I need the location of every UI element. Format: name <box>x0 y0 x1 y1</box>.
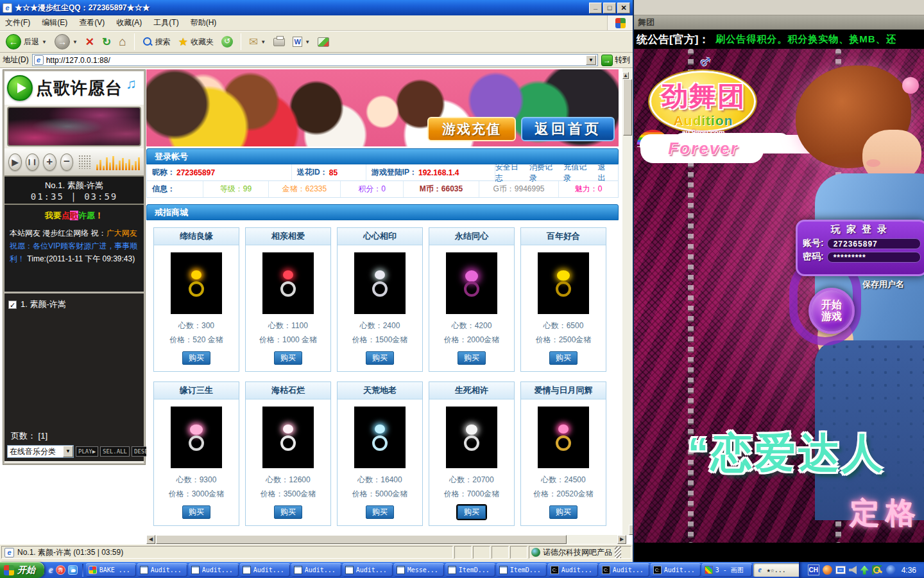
network-app-icon[interactable] <box>886 565 896 575</box>
playlist-pages[interactable]: 页数： [1] <box>11 430 47 442</box>
vertical-scrollbar[interactable] <box>622 68 633 535</box>
scroll-down-button[interactable] <box>629 525 633 535</box>
home-button[interactable] <box>117 33 128 50</box>
language-indicator[interactable]: CH <box>808 565 819 575</box>
playlist-checkbox[interactable] <box>8 301 17 309</box>
refresh-button[interactable] <box>100 34 113 50</box>
go-button[interactable]: 转到 <box>601 55 630 66</box>
menu-tools[interactable]: 工具(T) <box>153 17 178 28</box>
menu-file[interactable]: 文件(F) <box>5 17 30 28</box>
favorites-button[interactable]: 收藏夹 <box>176 34 216 50</box>
wish-title[interactable]: 我要点歌许愿！ <box>10 209 139 222</box>
ime-icon[interactable] <box>823 565 832 575</box>
buy-button[interactable]: 购买 <box>458 351 486 365</box>
address-input[interactable]: http://127.0.0.1:88/ <box>32 54 598 66</box>
scroll-left-button[interactable] <box>146 535 155 544</box>
back-dropdown-icon[interactable] <box>42 39 47 45</box>
playlist-play-button[interactable]: PLAY▶ <box>76 446 98 457</box>
select-dropdown-icon[interactable] <box>63 446 73 457</box>
account-section: 登录帐号 昵称：272365897 送花ID：85 游戏登陆IP：192.168… <box>146 148 619 198</box>
taskbar-button-audit[interactable]: Audit... <box>343 563 393 577</box>
stop-button[interactable] <box>83 34 96 50</box>
game-window-title: 舞团 <box>638 17 654 27</box>
close-button[interactable] <box>617 3 630 13</box>
media-button[interactable] <box>316 36 331 48</box>
taskbar-button-audit-cmd[interactable]: Audit... <box>651 563 701 577</box>
history-button[interactable] <box>219 35 235 49</box>
account-input[interactable]: 272365897 <box>827 238 921 249</box>
forward-button[interactable] <box>53 33 80 51</box>
address-dropdown-icon[interactable] <box>586 55 596 65</box>
password-input[interactable]: ********* <box>827 252 921 263</box>
buy-button[interactable]: 购买 <box>549 351 578 365</box>
volume-icon[interactable] <box>849 566 857 574</box>
scroll-right-button[interactable] <box>617 535 626 544</box>
playlist-item[interactable]: 1. 素颜-许嵩 <box>8 299 140 310</box>
edit-button[interactable] <box>291 35 312 48</box>
mail-dropdown-icon[interactable] <box>261 39 266 45</box>
volume-down-button[interactable] <box>60 153 74 171</box>
buy-button[interactable]: 购买 <box>274 351 302 365</box>
search-button[interactable]: 搜索 <box>141 35 173 49</box>
recharge-record-link[interactable]: 充值记录 <box>563 162 591 184</box>
taskbar-button-audit[interactable]: Audit... <box>137 563 187 577</box>
buy-button[interactable]: 购买 <box>366 505 394 519</box>
taskbar-button-browser-active[interactable]: ★☆... <box>753 563 799 577</box>
print-button[interactable] <box>271 37 287 48</box>
back-home-button[interactable]: 返回首页 <box>521 117 615 141</box>
menu-favorites[interactable]: 收藏(A) <box>116 17 142 28</box>
resize-grip[interactable] <box>615 547 621 558</box>
taskbar-button-bake[interactable]: BAKE ... <box>86 563 136 577</box>
top-banner[interactable]: 游戏充值 返回首页 <box>146 69 619 146</box>
security-log-link[interactable]: 安全日志 <box>495 162 523 184</box>
edit-dropdown-icon[interactable] <box>305 39 310 45</box>
menu-view[interactable]: 查看(V) <box>79 17 105 28</box>
mail-button[interactable] <box>247 34 268 50</box>
scroll-up-button[interactable] <box>622 72 629 79</box>
ie-quicklaunch-icon[interactable] <box>49 565 53 575</box>
pause-button[interactable] <box>26 153 39 171</box>
buy-button[interactable]: 购买 <box>182 351 210 365</box>
play-button[interactable] <box>8 153 22 171</box>
taskbar-button-paint[interactable]: 3 - 画图 <box>702 563 752 577</box>
volume-up-button[interactable] <box>43 153 56 171</box>
game-titlebar[interactable]: 舞团 <box>634 15 924 30</box>
buy-button[interactable]: 购买 <box>274 505 302 519</box>
taskbar-button-messenger[interactable]: Messe... <box>394 563 444 577</box>
start-button[interactable]: 开始 <box>0 562 44 578</box>
horizontal-scroll-thumb[interactable] <box>156 535 567 544</box>
music-category-select[interactable]: 在线音乐分类 <box>7 445 74 458</box>
taskbar-button-audit[interactable]: Audit... <box>291 563 341 577</box>
xiu-quicklaunch-icon[interactable] <box>56 565 65 575</box>
taskbar-button-audit-cmd[interactable]: Audit... <box>548 563 598 577</box>
vertical-scroll-thumb[interactable] <box>623 79 632 136</box>
buy-button[interactable]: 购买 <box>182 505 210 519</box>
clock[interactable]: 4:36 <box>902 566 916 575</box>
taskbar-button-itemd[interactable]: ItemD... <box>497 563 547 577</box>
back-button[interactable]: 后退 <box>4 33 49 51</box>
display-settings-icon[interactable] <box>835 566 846 574</box>
buy-button-focused[interactable]: 购买 <box>458 505 486 519</box>
buy-button[interactable]: 购买 <box>549 505 578 519</box>
updater-icon[interactable] <box>860 566 869 575</box>
buy-button[interactable]: 购买 <box>366 351 394 365</box>
menu-edit[interactable]: 编辑(E) <box>42 17 67 28</box>
taskbar-button-audit-cmd[interactable]: Audit... <box>599 563 649 577</box>
horizontal-scrollbar[interactable] <box>146 535 626 544</box>
save-username-option[interactable]: 保存用户名 <box>862 279 904 290</box>
taskbar-button-itemd[interactable]: ItemD... <box>445 563 495 577</box>
minimize-button[interactable] <box>589 3 602 13</box>
address-url[interactable]: http://127.0.0.1:88/ <box>46 56 583 65</box>
taskbar-button-audit[interactable]: Audit... <box>189 563 239 577</box>
security-key-icon[interactable] <box>872 565 883 575</box>
tt-quicklaunch-icon[interactable] <box>68 565 78 575</box>
recharge-button[interactable]: 游戏充值 <box>427 117 516 141</box>
forward-dropdown-icon[interactable] <box>73 39 78 45</box>
logout-link[interactable]: 退出 <box>597 162 612 184</box>
start-game-button[interactable]: 开始游戏 <box>809 288 855 334</box>
spend-record-link[interactable]: 消费记录 <box>529 162 557 184</box>
select-all-button[interactable]: SEL.ALL <box>100 446 130 457</box>
menu-help[interactable]: 帮助(H) <box>191 17 217 28</box>
taskbar-button-audit[interactable]: Audit... <box>240 563 290 577</box>
maximize-button[interactable] <box>603 3 616 13</box>
